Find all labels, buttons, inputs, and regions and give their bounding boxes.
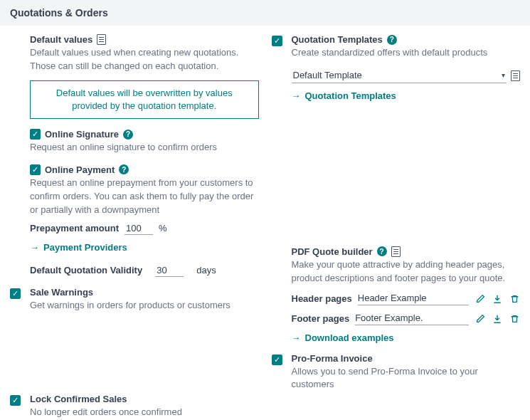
lock-sales-title: Lock Confirmed Sales	[30, 394, 127, 404]
template-override-notice: Default values will be overwritten by va…	[30, 80, 259, 119]
prepayment-field: Prepayment amount %	[30, 222, 259, 235]
online-payment-desc: Request an online prepayment from your c…	[30, 177, 259, 217]
default-values-title: Default values	[30, 34, 92, 45]
proforma-checkbox[interactable]	[272, 355, 282, 365]
edit-icon[interactable]	[475, 313, 486, 325]
sale-warnings-title: Sale Warnings	[30, 287, 93, 298]
payment-providers-link[interactable]: → Payment Providers	[30, 242, 127, 253]
validity-unit: days	[196, 265, 216, 275]
download-icon[interactable]	[492, 293, 503, 305]
help-icon[interactable]: ?	[377, 246, 387, 256]
validity-field: Default Quotation Validity days	[30, 264, 259, 277]
section-header: Quotations & Orders	[0, 0, 530, 26]
trash-icon[interactable]	[509, 293, 520, 305]
lock-sales-checkbox[interactable]	[10, 395, 21, 406]
online-signature-checkbox[interactable]	[30, 129, 41, 140]
footer-pages-value: Footer Example.	[355, 313, 469, 325]
sale-warnings-desc: Get warnings in orders for products or c…	[30, 299, 259, 313]
pdf-builder-desc: Make your quote attractive by adding hea…	[292, 258, 521, 285]
footer-pages-row: Footer pages Footer Example.	[292, 313, 521, 325]
default-template-row: Default Template ▾	[292, 68, 521, 83]
arrow-right-icon: →	[292, 332, 301, 343]
edit-icon[interactable]	[475, 293, 486, 305]
lock-sales-option: Lock Confirmed Sales No longer edit orde…	[10, 394, 259, 419]
chevron-down-icon: ▾	[502, 71, 505, 79]
arrow-right-icon: →	[292, 90, 301, 101]
doc-icon[interactable]	[391, 246, 401, 257]
help-icon[interactable]: ?	[123, 130, 133, 140]
validity-label: Default Quotation Validity	[30, 265, 142, 275]
help-icon[interactable]: ?	[387, 35, 397, 45]
sale-warnings-option: Sale Warnings Get warnings in orders for…	[10, 287, 259, 313]
proforma-option: Pro-Forma Invoice Allows you to send Pro…	[272, 353, 521, 392]
prepayment-input[interactable]	[124, 222, 153, 235]
online-payment-checkbox[interactable]	[30, 164, 41, 175]
download-icon[interactable]	[492, 313, 503, 325]
proforma-title: Pro-Forma Invoice	[292, 353, 373, 364]
section-title: Quotations & Orders	[10, 7, 108, 19]
trash-icon[interactable]	[509, 313, 520, 325]
pdf-quote-builder-option: PDF Quote builder ? Make your quote attr…	[272, 246, 521, 343]
header-pages-value: Header Example	[358, 293, 469, 305]
arrow-right-icon: →	[30, 242, 39, 253]
doc-icon[interactable]	[97, 34, 106, 45]
doc-icon[interactable]	[511, 70, 520, 81]
prepayment-label: Prepayment amount	[30, 223, 119, 233]
online-signature-row: Online Signature ?	[30, 129, 259, 140]
quotation-templates-title: Quotation Templates	[292, 34, 383, 45]
default-values-desc: Default values used when creating new qu…	[30, 46, 259, 73]
quotation-templates-checkbox[interactable]	[272, 36, 282, 46]
quotation-templates-link[interactable]: → Quotation Templates	[292, 90, 396, 101]
validity-input[interactable]	[155, 264, 184, 277]
online-payment-title: Online Payment	[45, 164, 115, 175]
download-examples-link[interactable]: → Download examples	[292, 332, 394, 343]
proforma-desc: Allows you to send Pro-Forma Invoice to …	[292, 365, 521, 392]
online-signature-title: Online Signature	[45, 129, 119, 140]
columns: Default values Default values used when …	[10, 34, 520, 420]
right-column: Quotation Templates ? Create standardize…	[272, 34, 521, 420]
prepayment-unit: %	[159, 223, 167, 233]
online-signature-desc: Request an online signature to confirm o…	[30, 141, 259, 154]
quotation-templates-option: Quotation Templates ? Create standardize…	[272, 34, 521, 101]
lock-sales-desc: No longer edit orders once confirmed	[30, 406, 259, 419]
settings-page: Default values Default values used when …	[0, 26, 530, 420]
online-payment-row: Online Payment ?	[30, 164, 259, 175]
help-icon[interactable]: ?	[119, 164, 129, 174]
header-pages-row: Header pages Header Example	[292, 293, 521, 305]
sale-warnings-checkbox[interactable]	[10, 288, 21, 299]
pdf-builder-title: PDF Quote builder	[292, 246, 373, 257]
default-template-select[interactable]: Default Template ▾	[292, 68, 507, 83]
quotation-templates-desc: Create standardized offers with default …	[292, 46, 521, 60]
default-values-option: Default values Default values used when …	[10, 34, 259, 277]
left-column: Default values Default values used when …	[10, 34, 259, 420]
